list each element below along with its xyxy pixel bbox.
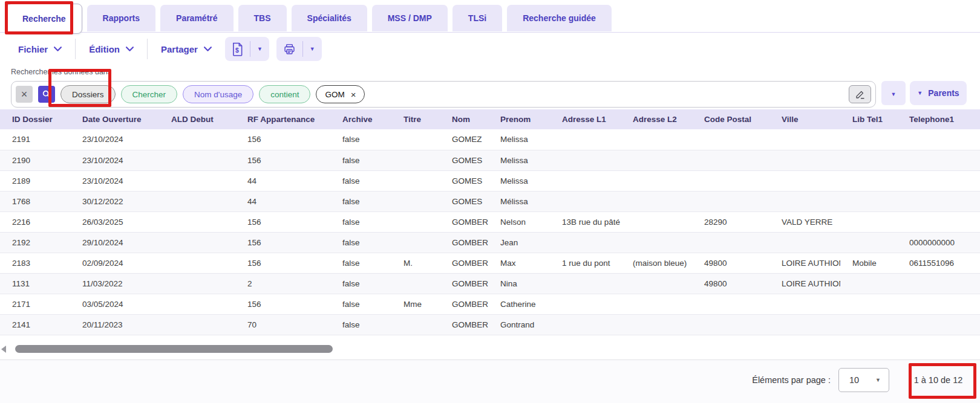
search-button[interactable] [38, 86, 55, 103]
chip-action[interactable]: Chercher [121, 85, 178, 103]
search-icon [42, 89, 51, 99]
table-header-row: ID DossierDate OuvertureALD DebutRF Appa… [0, 109, 980, 129]
table-cell: GOMBERT [440, 273, 488, 294]
table-row[interactable]: 218302/09/2024156falseM.GOMBERTMax1 rue … [0, 253, 980, 273]
menu-edition[interactable]: Édition [76, 44, 147, 54]
edit-query-button[interactable] [849, 85, 871, 103]
table-row[interactable]: 219123/10/2024156falseGOMEZMelissa [0, 129, 980, 150]
table-cell [897, 314, 980, 335]
table-cell: GOMEZ [440, 129, 488, 150]
table-cell [159, 129, 235, 150]
table-cell [897, 170, 980, 191]
table-cell [769, 170, 840, 191]
column-header[interactable]: Nom [440, 109, 488, 129]
menu-fichier[interactable]: Fichier [5, 44, 75, 54]
table-row[interactable]: 214120/11/202370falseGOMBERTGontrand [0, 314, 980, 335]
export-dropdown-caret[interactable]: ▼ [250, 46, 269, 52]
tab-tlsi[interactable]: TLSi [452, 5, 502, 31]
horizontal-scrollbar[interactable] [0, 345, 980, 354]
search-options-dropdown[interactable]: ▼ [881, 81, 906, 105]
items-per-page-label: Éléments par page : [752, 368, 831, 392]
chip-field[interactable]: Nom d'usage [183, 85, 253, 103]
column-header[interactable]: ALD Debut [159, 109, 235, 129]
tab-rapports[interactable]: Rapports [87, 5, 155, 31]
menu-partager[interactable]: Partager [148, 44, 225, 54]
table-row[interactable]: 217103/05/2024156falseMmeGOMBERTCatherin… [0, 294, 980, 314]
table-cell [769, 314, 840, 335]
caret-down-icon: ▼ [917, 90, 923, 96]
column-header[interactable]: Adresse L2 [621, 109, 692, 129]
table-cell [692, 150, 769, 170]
table-cell [391, 170, 440, 191]
column-header[interactable]: Archive [330, 109, 391, 129]
table-cell [840, 129, 897, 150]
table-cell: Melissa [488, 170, 550, 191]
tab-bar: Recherche Rapports Paramétré TBS Spécial… [6, 5, 612, 34]
column-header[interactable]: Ville [769, 109, 840, 129]
table-cell: Catherine [488, 294, 550, 314]
search-scope-label: Rechercher les données dans [11, 68, 111, 76]
pagination-range: 1 à 10 de 12 [911, 368, 965, 392]
items-per-page-select[interactable]: 10 ▼ [838, 368, 889, 392]
table-cell: (maison bleue) [621, 253, 692, 273]
tab-mss-dmp[interactable]: MSS / DMP [372, 5, 448, 31]
clear-search-button[interactable]: × [16, 86, 33, 103]
scrollbar-thumb[interactable] [15, 345, 333, 353]
table-cell: VALD YERRE [769, 211, 840, 232]
column-header[interactable]: Titre [391, 109, 440, 129]
table-cell [621, 314, 692, 335]
table-cell: 2189 [0, 170, 70, 191]
parents-button[interactable]: ▼ Parents [910, 81, 967, 105]
table-cell [692, 129, 769, 150]
table-cell [897, 150, 980, 170]
tab-specialites[interactable]: Spécialités [292, 5, 367, 31]
table-cell [769, 191, 840, 211]
tab-recherche[interactable]: Recherche [6, 4, 82, 34]
table-cell [769, 232, 840, 253]
print-button-group: ▼ [276, 37, 322, 61]
table-cell: false [330, 211, 391, 232]
table-cell [621, 150, 692, 170]
chip-scope[interactable]: Dossiers [60, 85, 116, 103]
table-row[interactable]: 219229/10/2024156falseGOMBERTJean0000000… [0, 232, 980, 253]
table-row[interactable]: 113111/03/20222falseGOMBERTNina49800LOIR… [0, 273, 980, 294]
column-header[interactable]: ID Dossier [0, 109, 70, 129]
table-cell: Jean [488, 232, 550, 253]
column-header[interactable]: Lib Tel1 [840, 109, 897, 129]
print-dropdown-caret[interactable]: ▼ [303, 46, 322, 52]
chip-search-term[interactable]: GOM × [316, 85, 365, 103]
table-cell [897, 129, 980, 150]
table-cell: 2216 [0, 211, 70, 232]
column-header[interactable]: Code Postal [692, 109, 769, 129]
tab-parametre[interactable]: Paramétré [160, 5, 234, 31]
tab-tbs[interactable]: TBS [238, 5, 287, 31]
table-cell: GOMES [440, 150, 488, 170]
table-row[interactable]: 176830/12/202244falseGOMESMélissa [0, 191, 980, 211]
table-cell [159, 211, 235, 232]
table-cell: Gontrand [488, 314, 550, 335]
caret-down-icon: ▼ [875, 377, 881, 383]
column-header[interactable]: Adresse L1 [550, 109, 621, 129]
print-button[interactable] [276, 43, 302, 56]
remove-term-icon[interactable]: × [351, 90, 356, 99]
table-cell: 20/11/2023 [70, 314, 159, 335]
tab-recherche-guidee[interactable]: Recherche guidée [507, 5, 612, 31]
table-cell: GOMBERT [440, 211, 488, 232]
table-row[interactable]: 218923/10/202444falseGOMESMelissa [0, 170, 980, 191]
caret-down-icon: ▼ [891, 91, 897, 97]
table-cell [621, 129, 692, 150]
chip-operator[interactable]: contient [259, 85, 310, 103]
table-cell [159, 232, 235, 253]
scroll-left-icon[interactable] [1, 346, 6, 353]
export-document-button[interactable]: $ [225, 42, 250, 56]
table-cell: 28290 [692, 211, 769, 232]
table-cell [692, 232, 769, 253]
table-cell: 26/03/2025 [70, 211, 159, 232]
document-dollar-icon: $ [232, 42, 243, 56]
column-header[interactable]: RF Appartenance [235, 109, 330, 129]
column-header[interactable]: Telephone1 [897, 109, 980, 129]
table-row[interactable]: 221626/03/2025156falseGOMBERTNelson13B r… [0, 211, 980, 232]
column-header[interactable]: Date Ouverture [70, 109, 159, 129]
column-header[interactable]: Prenom [488, 109, 550, 129]
table-row[interactable]: 219023/10/2024156falseGOMESMelissa [0, 150, 980, 170]
